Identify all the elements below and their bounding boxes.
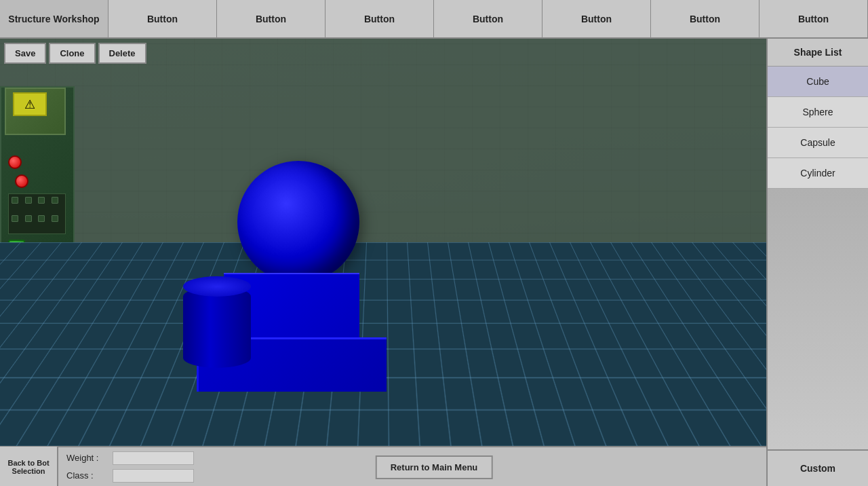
weight-value — [113, 451, 194, 465]
right-panel: Shape List Cube Sphere Capsule Cylinder … — [766, 39, 868, 486]
top-bar-btn-2[interactable]: Button — [217, 0, 326, 37]
weight-label: Weight : — [66, 453, 107, 463]
shape-list-item-capsule[interactable]: Capsule — [768, 128, 868, 158]
shape-list-item-sphere[interactable]: Sphere — [768, 97, 868, 128]
delete-button[interactable]: Delete — [98, 43, 146, 64]
back-to-bot-selection-button[interactable]: Back to Bot Selection — [0, 447, 58, 486]
top-bar-btn-4[interactable]: Button — [434, 0, 542, 37]
action-bar: Save Clone Delete — [0, 39, 151, 68]
top-bar-btn-7[interactable]: Button — [760, 0, 868, 37]
shape-list-item-cylinder[interactable]: Cylinder — [768, 158, 868, 189]
3d-shapes — [183, 134, 454, 392]
shape-list-header: Shape List — [768, 39, 868, 67]
custom-button[interactable]: Custom — [768, 449, 868, 486]
top-navigation-bar: Structure Workshop Button Button Button … — [0, 0, 868, 39]
class-value — [113, 469, 194, 483]
warning-icon: ⚠ — [24, 97, 35, 112]
top-bar-btn-1[interactable]: Button — [108, 0, 217, 37]
machine-sign: ⚠ — [13, 92, 47, 116]
top-bar-btn-3[interactable]: Button — [326, 0, 434, 37]
clone-button[interactable]: Clone — [49, 43, 95, 64]
top-bar-btn-5[interactable]: Button — [542, 0, 651, 37]
cylinder-shape — [183, 286, 251, 368]
3d-viewport[interactable]: ⚠ — [0, 39, 766, 446]
sphere-shape — [237, 161, 359, 283]
top-bar-title[interactable]: Structure Workshop — [0, 0, 108, 37]
top-bar-btn-6[interactable]: Button — [651, 0, 760, 37]
panel-empty-area — [768, 189, 868, 449]
return-to-main-menu-button[interactable]: Return to Main Menu — [376, 455, 493, 479]
save-button[interactable]: Save — [4, 43, 46, 64]
control-panel — [8, 193, 66, 234]
control-red-2 — [15, 174, 28, 188]
control-red-1 — [8, 155, 22, 169]
class-label: Class : — [66, 470, 107, 481]
machine-top: ⚠ — [5, 88, 66, 135]
shape-list-item-cube[interactable]: Cube — [768, 67, 868, 97]
